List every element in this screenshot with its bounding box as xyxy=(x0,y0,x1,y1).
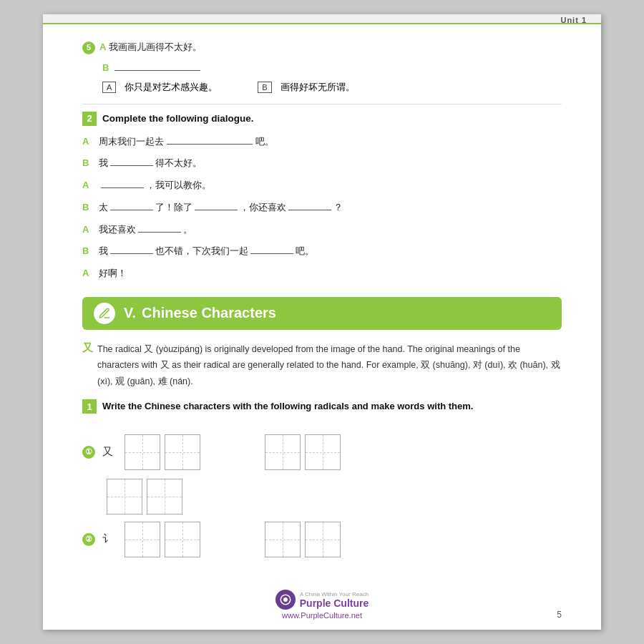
writing-item-1: ① 又 xyxy=(82,434,562,514)
char-grid-2a1 xyxy=(125,522,160,557)
footer: A China Within Your Reach Purple Culture… xyxy=(43,590,601,620)
char-grid-1c1 xyxy=(107,479,142,514)
writing-num-2: ② xyxy=(82,533,95,546)
grids-group-1c xyxy=(107,479,562,514)
dl-text-a4: 好啊！ xyxy=(99,265,127,283)
blank-b2c xyxy=(288,200,331,210)
section-roman: V. xyxy=(124,305,136,321)
dl-label-a4: A xyxy=(82,265,95,283)
char-grid-2b1 xyxy=(265,522,301,557)
blank-b3a xyxy=(110,244,153,254)
exercise-5: 5 A 我画画儿画得不太好。 B A 你只是对艺术感兴趣。 B 画得好坏无所谓。 xyxy=(82,39,562,94)
section-icon xyxy=(94,303,115,324)
exercise-2-heading: 2 Complete the following dialogue. xyxy=(82,112,562,126)
blank-b2a xyxy=(110,200,153,210)
section-v-header: V. Chinese Characters xyxy=(82,297,562,330)
purple-culture-branding: A China Within Your Reach Purple Culture… xyxy=(275,590,369,620)
top-bar: Unit 1 xyxy=(43,14,601,24)
dl-text-b3a: 我 xyxy=(99,243,108,260)
blank-b2b xyxy=(195,200,238,210)
dl-text-b2b: 了！除了 xyxy=(155,199,192,217)
char-grid-2a2 xyxy=(165,522,200,557)
dl-text-a1: 周末我们一起去 xyxy=(99,133,164,151)
svg-point-1 xyxy=(283,597,288,602)
exercise-2: 2 Complete the following dialogue. A 周末我… xyxy=(82,112,562,283)
grids-group-2a xyxy=(125,522,200,557)
writing-item-2: ② 讠 xyxy=(82,522,562,557)
dl-text-a1b: 吧。 xyxy=(255,133,274,151)
writing-char-1: 又 xyxy=(102,445,113,459)
pencil-icon xyxy=(98,307,111,320)
dl-text-b3b: 也不错，下次我们一起 xyxy=(155,243,248,260)
ex5-line-b: B xyxy=(82,59,562,76)
answer-b-5: 画得好坏无所谓。 xyxy=(280,81,355,94)
num-box-v1: 1 xyxy=(82,399,97,414)
char-grid-1b1 xyxy=(265,434,301,470)
content: 5 A 我画画儿画得不太好。 B A 你只是对艺术感兴趣。 B 画得好坏无所谓。… xyxy=(82,39,562,557)
page: Unit 1 5 A 我画画儿画得不太好。 B A 你只是对艺术感兴趣。 B 画… xyxy=(43,14,601,630)
dl-text-a3b: 。 xyxy=(183,221,192,239)
grids-group-1b xyxy=(265,434,341,470)
char-grid-1a2 xyxy=(165,434,200,470)
dialogue-line-6: B 我 也不错，下次我们一起 吧。 xyxy=(82,243,562,260)
pc-text: A China Within Your Reach Purple Culture xyxy=(300,591,369,609)
ex5-line-a: 5 A 我画画儿画得不太好。 xyxy=(82,39,562,55)
char-grid-1a1 xyxy=(125,434,160,470)
radical-intro-text: The radical 又 (yòuzipáng) is originally … xyxy=(97,341,562,390)
num-box-2: 2 xyxy=(82,112,97,126)
writing-row-1b xyxy=(107,479,562,514)
blank-b1 xyxy=(110,156,153,166)
ex5-text-a: 我画画儿画得不太好。 xyxy=(109,39,202,55)
pc-url: www.PurpleCulture.net xyxy=(282,611,362,620)
dialogue-line-2: B 我 得不太好。 xyxy=(82,155,562,172)
dl-text-b2d: ？ xyxy=(333,199,343,217)
ex5-answers: A 你只是对艺术感兴趣。 B 画得好坏无所谓。 xyxy=(102,81,562,94)
answer-a-5: 你只是对艺术感兴趣。 xyxy=(125,81,218,94)
boxed-a-5: A xyxy=(102,82,116,93)
spacer-grids xyxy=(265,434,341,470)
writing-num-1: ① xyxy=(82,446,95,459)
writing-row-2: ② 讠 xyxy=(82,522,562,557)
pc-name: Purple Culture xyxy=(300,597,369,609)
dl-text-b2c: ，你还喜欢 xyxy=(240,199,286,217)
char-grid-2b2 xyxy=(305,522,341,557)
circle-5: 5 xyxy=(82,42,95,54)
dl-text-a2: ，我可以教你。 xyxy=(146,177,211,195)
spacer-grids-2 xyxy=(265,522,341,557)
dialogue-line-7: A 好啊！ xyxy=(82,265,562,283)
section-title: Chinese Characters xyxy=(142,305,276,321)
dl-label-a1: A xyxy=(82,133,95,151)
dialogue-line-1: A 周末我们一起去 吧。 xyxy=(82,133,562,151)
blank-a2 xyxy=(101,178,144,188)
dialogue-line-4: B 太 了！除了 ，你还喜欢 ？ xyxy=(82,199,562,217)
exercise-v1-text: Write the Chinese characters with the fo… xyxy=(102,399,473,414)
separator xyxy=(82,104,562,104)
writing-row-1: ① 又 xyxy=(82,434,562,470)
grids-group-1a xyxy=(125,434,200,470)
label-a: A xyxy=(99,39,106,55)
dl-text-a3: 我还喜欢 xyxy=(99,221,136,239)
exercise-v1-heading: 1 Write the Chinese characters with the … xyxy=(82,399,562,424)
pc-icon xyxy=(275,590,296,610)
exercise-v1: 1 Write the Chinese characters with the … xyxy=(82,399,562,557)
boxed-b-5: B xyxy=(258,82,271,93)
pc-logo: A China Within Your Reach Purple Culture xyxy=(275,590,369,610)
writing-char-2: 讠 xyxy=(102,532,113,546)
dl-text-b1: 我 xyxy=(99,155,108,172)
dl-text-b3c: 吧。 xyxy=(296,243,314,260)
grids-group-2b xyxy=(265,522,341,557)
char-grid-1b2 xyxy=(305,434,341,470)
blank-5b xyxy=(114,61,200,71)
label-b-5: B xyxy=(102,59,109,76)
dl-label-b2: B xyxy=(82,199,95,217)
radical-intro: 又 The radical 又 (yòuzipáng) is originall… xyxy=(82,341,562,390)
unit-label: Unit 1 xyxy=(560,16,587,24)
dl-label-a3: A xyxy=(82,221,95,239)
blank-a3 xyxy=(138,223,181,233)
blank-b3b xyxy=(250,244,293,254)
dialogue-line-5: A 我还喜欢 。 xyxy=(82,221,562,239)
pc-spiral-icon xyxy=(279,593,292,606)
dl-label-b1: B xyxy=(82,155,95,172)
pc-tagline: A China Within Your Reach xyxy=(300,591,369,597)
dl-label-b3: B xyxy=(82,243,95,260)
